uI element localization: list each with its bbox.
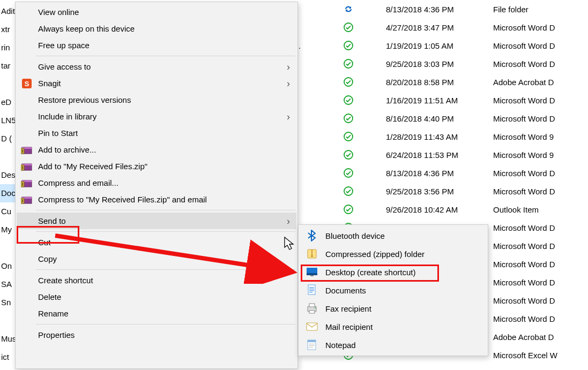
file-type: Microsoft Word D bbox=[493, 278, 588, 287]
nav-tree-item[interactable]: Adit bbox=[0, 2, 15, 20]
menu-item-label: Cut bbox=[38, 238, 50, 247]
sendto-item-desktop-create-shortcut[interactable]: Desktop (create shortcut) bbox=[300, 263, 487, 281]
menu-item-pin-to-start[interactable]: Pin to Start bbox=[17, 125, 296, 141]
nav-tree-item[interactable] bbox=[0, 312, 15, 330]
menu-item-create-shortcut[interactable]: Create shortcut bbox=[17, 272, 296, 289]
file-date: 8/16/2018 4:40 PM bbox=[386, 114, 493, 123]
file-date: 9/26/2018 10:42 AM bbox=[386, 205, 493, 214]
nav-tree-item[interactable]: My bbox=[0, 221, 15, 239]
nav-tree-item[interactable]: D ( bbox=[0, 130, 15, 148]
svg-rect-36 bbox=[22, 199, 23, 202]
file-type: Microsoft Word D bbox=[493, 23, 588, 32]
nav-tree-item[interactable]: xtr bbox=[0, 20, 15, 39]
svg-point-8 bbox=[344, 169, 353, 177]
nav-tree-item[interactable]: On bbox=[0, 257, 15, 275]
menu-item-label: Free up space bbox=[38, 41, 90, 50]
menu-item-restore-previous-versions[interactable]: Restore previous versions bbox=[17, 92, 296, 108]
svg-rect-44 bbox=[309, 287, 314, 288]
menu-item-give-access-to[interactable]: Give access to› bbox=[17, 58, 296, 75]
menu-item-send-to[interactable]: Send to› bbox=[17, 213, 296, 229]
menu-item-view-online[interactable]: View online bbox=[17, 4, 296, 20]
menu-item-copy[interactable]: Copy bbox=[17, 251, 296, 267]
sendto-item-mail-recipient[interactable]: Mail recipient bbox=[300, 318, 487, 336]
file-row[interactable]: vo d...1/19/2019 1:05 AMMicrosoft Word D bbox=[279, 36, 588, 55]
svg-point-5 bbox=[344, 114, 353, 123]
sendto-item-compressed-zipped-folder[interactable]: Compressed (zipped) folder bbox=[300, 245, 487, 263]
file-row[interactable]: 8/20/2018 8:58 PMAdobe Acrobat D bbox=[279, 73, 588, 91]
nav-tree-item[interactable]: Doc bbox=[0, 184, 15, 202]
file-type: Microsoft Word D bbox=[493, 260, 588, 269]
nav-tree-item[interactable]: eD bbox=[0, 93, 15, 111]
file-date: 8/13/2018 4:36 PM bbox=[386, 169, 493, 178]
menu-item-label: Copy bbox=[38, 254, 57, 263]
menu-item-label: Add to "My Received Files.zip" bbox=[38, 162, 147, 171]
svg-point-51 bbox=[315, 307, 316, 308]
file-type: Microsoft Word D bbox=[493, 314, 588, 323]
nav-tree-item[interactable]: Mus bbox=[0, 330, 15, 348]
nav-tree-item[interactable]: LN5 bbox=[0, 111, 15, 130]
cloud-available-icon bbox=[311, 149, 386, 160]
cloud-available-icon bbox=[311, 95, 386, 105]
winrar-icon bbox=[21, 177, 33, 189]
file-row[interactable]: 4/27/2018 3:47 PMMicrosoft Word D bbox=[279, 18, 588, 36]
nav-tree-item[interactable]: Cu bbox=[0, 202, 15, 221]
nav-tree-item[interactable]: Sn bbox=[0, 293, 15, 312]
sendto-item-notepad[interactable]: Notepad bbox=[300, 336, 487, 354]
svg-rect-38 bbox=[311, 250, 312, 256]
nav-tree-item[interactable]: Des bbox=[0, 166, 15, 184]
file-type: Microsoft Word D bbox=[493, 187, 588, 196]
menu-separator bbox=[36, 56, 295, 56]
menu-item-delete[interactable]: Delete bbox=[17, 289, 296, 305]
svg-point-0 bbox=[344, 23, 353, 32]
sendto-item-bluetooth-device[interactable]: Bluetooth device bbox=[300, 226, 487, 245]
sendto-item-label: Documents bbox=[325, 286, 366, 295]
winrar-icon bbox=[21, 161, 33, 172]
menu-item-free-up-space[interactable]: Free up space bbox=[17, 37, 296, 54]
nav-tree-item[interactable] bbox=[0, 239, 15, 257]
file-row[interactable]: 1/28/2019 11:43 AMMicrosoft Word 9 bbox=[279, 127, 588, 146]
file-row[interactable]: 1/16/2019 11:51 AMMicrosoft Word D bbox=[279, 91, 588, 109]
menu-item-add-to-archive[interactable]: Add to archive... bbox=[17, 141, 296, 158]
sendto-item-fax-recipient[interactable]: Fax recipient bbox=[300, 299, 487, 318]
menu-item-label: Compress and email... bbox=[38, 178, 118, 187]
svg-text:S: S bbox=[25, 80, 29, 88]
file-row[interactable]: n.d...8/16/2018 4:40 PMMicrosoft Word D bbox=[279, 109, 588, 127]
menu-item-label: Compress to "My Received Files.zip" and … bbox=[38, 195, 207, 204]
notepad-icon bbox=[306, 339, 318, 351]
nav-tree-fragment: AditxtrrintareDLN5D (DesDocCuMyOnSASnMus… bbox=[0, 0, 15, 366]
file-row[interactable]: 9/26/2018 10:42 AMOutlook Item bbox=[279, 200, 588, 218]
menu-item-compress-and-email[interactable]: Compress and email... bbox=[17, 175, 296, 191]
menu-item-include-in-library[interactable]: Include in library› bbox=[17, 108, 296, 125]
file-row[interactable]: lyre...9/25/2018 3:56 PMMicrosoft Word D bbox=[279, 182, 588, 200]
nav-tree-item[interactable] bbox=[0, 75, 15, 93]
menu-item-add-to-my-received-files-zip[interactable]: Add to "My Received Files.zip" bbox=[17, 158, 296, 175]
mail-icon bbox=[306, 321, 318, 333]
svg-rect-24 bbox=[22, 149, 23, 153]
file-row[interactable]: 8/13/2018 4:36 PMFile folder bbox=[279, 0, 588, 18]
file-row[interactable]: ocx8/13/2018 4:36 PMMicrosoft Word D bbox=[279, 164, 588, 182]
snagit-icon: S bbox=[21, 78, 33, 89]
file-row[interactable]: 6/24/2018 11:53 PMMicrosoft Word 9 bbox=[279, 146, 588, 164]
nav-tree-item[interactable]: rin bbox=[0, 39, 15, 57]
file-type: Microsoft Word D bbox=[493, 296, 588, 305]
cloud-available-icon bbox=[311, 131, 386, 142]
file-type: Microsoft Word D bbox=[493, 169, 588, 178]
menu-item-label: Always keep on this device bbox=[38, 24, 135, 33]
nav-tree-item[interactable]: ict bbox=[0, 348, 15, 366]
nav-tree-item[interactable] bbox=[0, 148, 15, 166]
svg-point-2 bbox=[344, 59, 353, 68]
menu-item-snagit[interactable]: SSnagit› bbox=[17, 75, 296, 92]
menu-item-properties[interactable]: Properties bbox=[17, 327, 296, 343]
sendto-item-documents[interactable]: Documents bbox=[300, 281, 487, 299]
nav-tree-item[interactable]: tar bbox=[0, 57, 15, 75]
bluetooth-icon bbox=[306, 230, 318, 241]
file-row[interactable]: f M...9/25/2018 3:03 PMMicrosoft Word D bbox=[279, 55, 588, 73]
menu-item-always-keep-on-this-device[interactable]: Always keep on this device bbox=[17, 20, 296, 37]
menu-item-compress-to-my-received-files-zip-and-email[interactable]: Compress to "My Received Files.zip" and … bbox=[17, 191, 296, 208]
menu-item-rename[interactable]: Rename bbox=[17, 305, 296, 322]
svg-point-3 bbox=[344, 78, 353, 86]
menu-item-label: Delete bbox=[38, 292, 61, 301]
menu-item-label: Include in library bbox=[38, 112, 96, 121]
menu-item-cut[interactable]: Cut bbox=[17, 234, 296, 251]
nav-tree-item[interactable]: SA bbox=[0, 275, 15, 293]
